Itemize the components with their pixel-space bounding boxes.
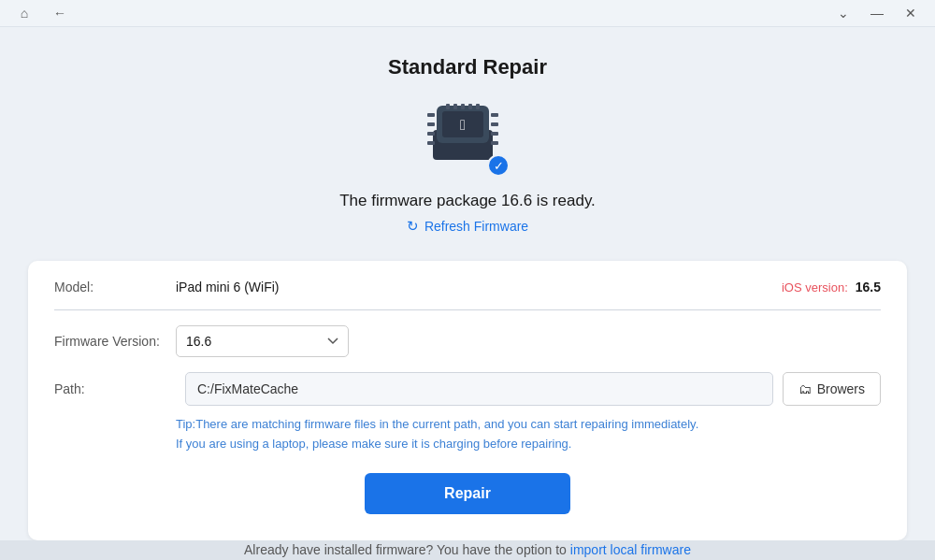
browse-label: Browers [817, 381, 865, 396]
folder-icon: 🗂 [798, 381, 812, 396]
firmware-version-select[interactable]: 16.6 16.5 16.4 [176, 325, 349, 357]
svg-text::  [460, 117, 466, 133]
minimize-icon: — [870, 6, 884, 21]
svg-rect-9 [427, 113, 435, 117]
check-icon: ✓ [494, 159, 504, 173]
ios-value: 16.5 [856, 280, 881, 294]
close-button[interactable]: ✕ [898, 0, 924, 26]
refresh-firmware-link[interactable]: Refresh Firmware [424, 219, 528, 234]
footer-text: Already have installed firmware? You hav… [244, 542, 567, 557]
svg-rect-14 [491, 122, 498, 126]
model-value: iPad mini 6 (WiFi) [176, 280, 279, 294]
browse-button[interactable]: 🗂 Browers [783, 372, 881, 406]
repair-button[interactable]: Repair [365, 473, 570, 514]
title-bar: ⌂ ← ⌄ — ✕ [0, 0, 935, 27]
svg-rect-13 [491, 113, 498, 117]
page-title: Standard Repair [388, 55, 547, 79]
title-bar-controls: ⌄ — ✕ [830, 0, 924, 26]
dropdown-button[interactable]: ⌄ [830, 0, 856, 26]
ios-label: iOS version: [782, 280, 848, 294]
model-row: Model: iPad mini 6 (WiFi) iOS version: 1… [54, 280, 881, 294]
back-icon: ← [53, 6, 66, 21]
dropdown-icon: ⌄ [838, 6, 849, 21]
svg-rect-16 [491, 141, 498, 145]
device-icon-wrap:  ✓ [425, 102, 510, 177]
firmware-version-row: Firmware Version: 16.6 16.5 16.4 [54, 325, 881, 357]
svg-rect-8 [476, 104, 480, 109]
svg-rect-4 [446, 104, 450, 109]
tip-line2: If you are using a laptop, please make s… [176, 437, 571, 451]
footer: Already have installed firmware? You hav… [0, 540, 935, 560]
firmware-ready-text: The firmware package 16.6 is ready. [339, 192, 596, 210]
import-local-firmware-link[interactable]: import local firmware [570, 542, 691, 557]
svg-rect-12 [427, 141, 435, 145]
svg-rect-7 [468, 104, 472, 109]
minimize-button[interactable]: — [864, 0, 890, 26]
title-bar-left: ⌂ ← [11, 0, 73, 26]
path-label: Path: [54, 381, 176, 396]
svg-rect-6 [461, 104, 465, 109]
home-icon: ⌂ [21, 6, 28, 21]
svg-rect-11 [427, 132, 435, 136]
svg-rect-5 [453, 104, 457, 109]
path-input[interactable] [185, 372, 773, 406]
close-icon: ✕ [905, 6, 916, 21]
model-label: Model: [54, 280, 176, 294]
info-card: Model: iPad mini 6 (WiFi) iOS version: 1… [28, 261, 907, 540]
home-button[interactable]: ⌂ [11, 0, 37, 26]
path-row: Path: 🗂 Browers [54, 372, 881, 406]
firmware-version-label: Firmware Version: [54, 334, 176, 349]
refresh-link-wrap: ↻ Refresh Firmware [407, 218, 528, 235]
back-button[interactable]: ← [47, 0, 73, 26]
check-badge: ✓ [487, 154, 510, 177]
svg-rect-10 [427, 122, 435, 126]
refresh-icon: ↻ [407, 218, 419, 235]
divider-1 [54, 309, 881, 310]
svg-rect-15 [491, 132, 498, 136]
ios-version-row: iOS version: 16.5 [782, 280, 881, 294]
main-content: Standard Repair  ✓ [0, 27, 935, 540]
tip-line1: Tip:There are matching firmware files in… [176, 417, 698, 431]
tip-text: Tip:There are matching firmware files in… [176, 415, 881, 454]
